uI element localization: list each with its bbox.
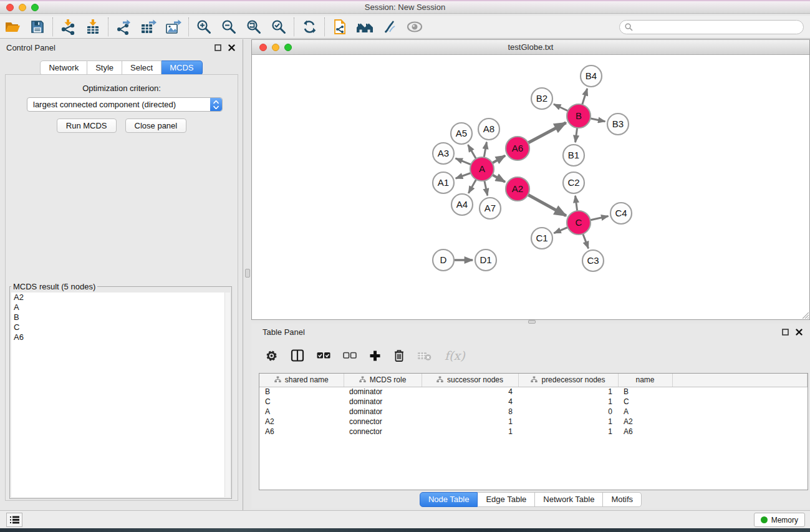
export-table-icon[interactable] [136, 17, 161, 37]
resize-grip-icon[interactable] [800, 310, 809, 319]
tab-select[interactable]: Select [122, 60, 162, 75]
save-session-icon[interactable] [25, 17, 50, 37]
table-cell[interactable]: C [259, 397, 344, 407]
table-cell[interactable]: 8 [422, 407, 518, 417]
float-panel-icon[interactable] [780, 327, 790, 337]
zoom-selected-icon[interactable] [266, 17, 291, 37]
criterion-select[interactable]: largest connected component (directed) [27, 97, 223, 112]
hide-style-icon[interactable] [377, 17, 402, 37]
add-column-icon[interactable] [369, 350, 381, 362]
mcds-result-item[interactable]: C [11, 322, 230, 332]
close-panel-icon[interactable] [226, 42, 236, 52]
table-cell[interactable]: A [259, 407, 344, 417]
show-graphics-icon[interactable] [402, 17, 427, 37]
close-panel-icon[interactable] [794, 327, 804, 337]
table-cell[interactable]: 1 [518, 427, 618, 437]
import-network-icon[interactable] [55, 17, 80, 37]
split-columns-icon[interactable] [291, 349, 304, 362]
import-table-icon[interactable] [80, 17, 105, 37]
table-cell[interactable]: A2 [259, 417, 344, 427]
search-input[interactable] [633, 22, 803, 33]
tab-node-table[interactable]: Node Table [420, 492, 478, 507]
table-cell[interactable]: connector [344, 427, 422, 437]
table-row[interactable]: A6connector11A6 [259, 427, 808, 437]
task-history-button[interactable] [6, 513, 22, 527]
table-cell[interactable]: dominator [344, 407, 422, 417]
table-cell[interactable]: 4 [422, 387, 518, 397]
open-session-icon[interactable] [0, 17, 25, 37]
column-header-MCDS-role[interactable]: MCDS role [344, 374, 422, 387]
node-table[interactable]: shared nameMCDS rolesuccessor nodesprede… [259, 373, 808, 490]
scrollbar[interactable] [224, 293, 230, 497]
table-row[interactable]: Adominator80A [259, 407, 808, 417]
graph-node-label-A4: A4 [456, 199, 468, 210]
table-cell[interactable]: connector [344, 417, 422, 427]
table-row[interactable]: A2connector11A2 [259, 417, 808, 427]
mcds-result-box: MCDS result (5 nodes) A2ABCA6 [9, 282, 232, 499]
tab-mcds[interactable]: MCDS [162, 60, 202, 75]
window-titlebar: Session: New Session [0, 0, 810, 14]
table-cell[interactable]: A [618, 407, 672, 417]
mcds-result-item[interactable]: A [11, 302, 230, 312]
mcds-result-item[interactable]: A6 [11, 332, 230, 342]
float-panel-icon[interactable] [213, 42, 223, 52]
table-cell[interactable]: 1 [518, 417, 618, 427]
gear-icon[interactable] [265, 349, 278, 362]
table-cell[interactable]: 1 [518, 397, 618, 407]
table-row[interactable]: Bdominator41B [259, 387, 808, 397]
column-header-name[interactable]: name [618, 374, 672, 387]
control-panel: Control Panel NetworkStyleSelectMCDS Opt… [0, 39, 243, 510]
mcds-result-item[interactable]: A2 [11, 293, 230, 302]
graph-node-label-A7: A7 [485, 203, 496, 213]
export-network-icon[interactable] [111, 17, 136, 37]
table-cell[interactable]: B [618, 387, 672, 397]
search-field[interactable] [619, 20, 804, 34]
tab-network-table[interactable]: Network Table [535, 492, 603, 507]
table-cell[interactable]: 1 [422, 427, 518, 437]
tab-edge-table[interactable]: Edge Table [478, 492, 535, 507]
toolbar-separator [188, 17, 189, 36]
zoom-out-icon[interactable] [216, 17, 241, 37]
table-cell[interactable]: A6 [259, 427, 344, 437]
export-image-icon[interactable] [161, 17, 186, 37]
control-panel-tabs: NetworkStyleSelectMCDS [0, 60, 243, 75]
table-row[interactable]: Cdominator41C [259, 397, 808, 407]
table-cell[interactable]: A6 [618, 427, 672, 437]
tab-motifs[interactable]: Motifs [603, 492, 642, 507]
column-header-successor-nodes[interactable]: successor nodes [422, 374, 518, 387]
zoom-in-icon[interactable] [191, 17, 216, 37]
vertical-splitter-handle[interactable] [245, 269, 250, 278]
close-panel-button[interactable]: Close panel [125, 118, 187, 133]
table-panel-title: Table Panel [263, 327, 305, 337]
table-cell[interactable]: A2 [618, 417, 672, 427]
table-cell[interactable]: B [259, 387, 344, 397]
mcds-result-item[interactable]: B [11, 312, 230, 322]
zoom-fit-icon[interactable] [241, 17, 266, 37]
table-cell[interactable]: dominator [344, 397, 422, 407]
tab-network[interactable]: Network [40, 60, 87, 75]
tab-style[interactable]: Style [87, 60, 122, 75]
memory-button[interactable]: Memory [754, 513, 805, 527]
select-all-icon[interactable] [317, 352, 330, 359]
delete-column-icon[interactable] [393, 349, 405, 362]
home-icon[interactable] [352, 17, 377, 37]
status-bar: Memory [0, 510, 810, 528]
table-cell[interactable]: dominator [344, 387, 422, 397]
table-cell[interactable]: 0 [518, 407, 618, 417]
memory-status-icon [761, 516, 768, 523]
select-none-icon[interactable] [343, 352, 357, 359]
network-from-file-icon[interactable] [327, 17, 352, 37]
mcds-result-list[interactable]: A2ABCA6 [11, 293, 230, 497]
table-cell[interactable]: 1 [518, 387, 618, 397]
run-mcds-button[interactable]: Run MCDS [57, 118, 117, 133]
network-graph[interactable]: AA1A3A5A8A6A4A7A2BB2B4B3B1CC2C4C1C3DD1 [252, 55, 809, 319]
table-cell[interactable]: 1 [422, 417, 518, 427]
graph-node-label-D: D [440, 254, 447, 265]
network-canvas[interactable]: AA1A3A5A8A6A4A7A2BB2B4B3B1CC2C4C1C3DD1 [252, 55, 809, 319]
table-cell[interactable]: 4 [422, 397, 518, 407]
graph-node-label-A1: A1 [438, 177, 449, 188]
column-header-predecessor-nodes[interactable]: predecessor nodes [518, 374, 618, 387]
refresh-icon[interactable] [297, 17, 322, 37]
table-cell[interactable]: C [618, 397, 672, 407]
column-header-shared-name[interactable]: shared name [259, 374, 344, 387]
